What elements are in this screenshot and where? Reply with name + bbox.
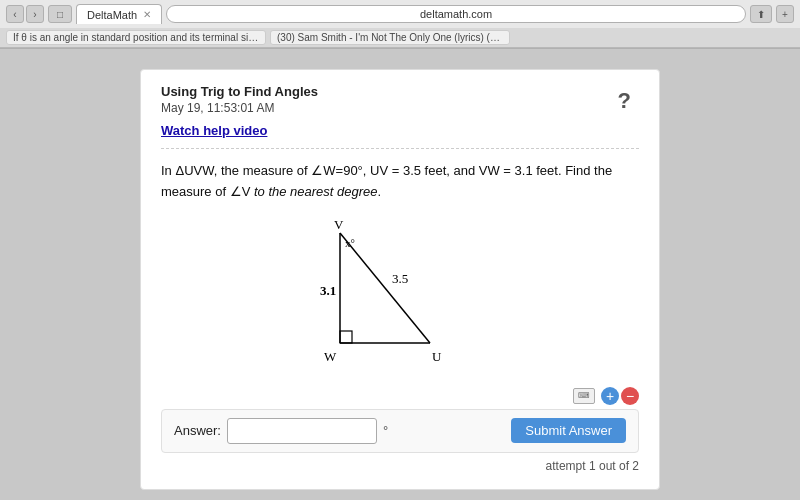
side-vu-label: 3.5 [392,271,408,286]
view-button[interactable]: □ [48,5,72,23]
back-button[interactable]: ‹ [6,5,24,23]
share-button[interactable]: ⬆ [750,5,772,23]
answer-row: Answer: ° Submit Answer [161,409,639,453]
vertex-v-label: V [334,217,344,232]
angle-x-label: x° [345,237,355,249]
header-row: Using Trig to Find Angles May 19, 11:53:… [161,84,639,138]
bookmark-button[interactable]: + [776,5,794,23]
content-card: Using Trig to Find Angles May 19, 11:53:… [140,69,660,490]
answer-label: Answer: [174,423,221,438]
vertex-u-label: U [432,349,442,364]
triangle-svg: V x° W U 3.1 3.5 [320,213,480,373]
svg-line-2 [340,233,430,343]
date-line: May 19, 11:53:01 AM [161,101,639,115]
answer-input[interactable] [227,418,377,444]
other-tab-1[interactable]: If θ is an angle in standard position an… [6,30,266,45]
browser-toolbar: ‹ › □ DeltaMath ✕ deltamath.com ⬆ + [0,0,800,28]
section-title: Using Trig to Find Angles [161,84,639,99]
divider [161,148,639,149]
tab-close-icon[interactable]: ✕ [143,9,151,20]
other-tab-2[interactable]: (30) Sam Smith - I'm Not The Only One (l… [270,30,510,45]
problem-text: In ΔUVW, the measure of ∠W=90°, UV = 3.5… [161,161,639,203]
nav-buttons: ‹ › [6,5,44,23]
tab-label: DeltaMath [87,9,137,21]
plus-button[interactable]: + [601,387,619,405]
address-bar[interactable]: deltamath.com [166,5,746,23]
question-mark-icon: ? [618,88,631,114]
forward-button[interactable]: › [26,5,44,23]
browser-chrome: ‹ › □ DeltaMath ✕ deltamath.com ⬆ + If θ… [0,0,800,49]
triangle-area: V x° W U 3.1 3.5 [161,213,639,373]
submit-button[interactable]: Submit Answer [511,418,626,443]
italic-text: to the nearest degree [254,184,378,199]
active-tab[interactable]: DeltaMath ✕ [76,4,162,24]
vertex-w-label: W [324,349,337,364]
page-background: Using Trig to Find Angles May 19, 11:53:… [0,49,800,500]
pm-buttons: + − [601,387,639,405]
attempt-text: attempt 1 out of 2 [161,459,639,473]
watch-video-link[interactable]: Watch help video [161,123,639,138]
svg-rect-3 [340,331,352,343]
side-vw-label: 3.1 [320,283,336,298]
answer-left: Answer: ° [174,418,388,444]
controls-row: ⌨ + − [161,387,639,405]
degree-symbol: ° [383,423,388,438]
minus-button[interactable]: − [621,387,639,405]
keyboard-icon[interactable]: ⌨ [573,388,595,404]
tabs-row: If θ is an angle in standard position an… [0,28,800,48]
